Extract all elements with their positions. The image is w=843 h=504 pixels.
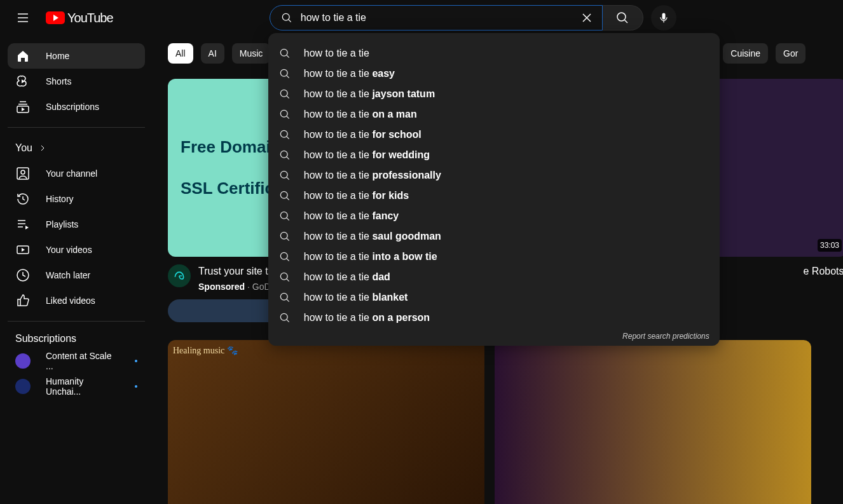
search-icon: [278, 291, 291, 304]
sidebar-item-liked[interactable]: Liked videos: [8, 288, 145, 313]
thumb-text: Free Domain: [181, 137, 281, 158]
svg-point-15: [280, 293, 287, 300]
search-suggestion[interactable]: how to tie a tie jayson tatum: [268, 84, 720, 104]
search-suggestion[interactable]: how to tie a tie into a bow tie: [268, 247, 720, 267]
svg-point-5: [280, 90, 287, 97]
close-icon: [579, 10, 594, 25]
search-suggestion[interactable]: how to tie a tie on a person: [268, 308, 720, 328]
search-suggestion[interactable]: how to tie a tie for kids: [268, 186, 720, 206]
chevron-right-icon: [38, 143, 48, 153]
youtube-logo[interactable]: YouTube: [46, 11, 113, 25]
search-suggestion[interactable]: how to tie a tie for school: [268, 125, 720, 145]
svg-point-6: [280, 110, 287, 117]
suggestion-text: how to tie a tie on a person: [304, 310, 430, 326]
sidebar: HomeShortsSubscriptions You Your channel…: [0, 36, 153, 504]
report-predictions-link[interactable]: Report search predictions: [268, 328, 720, 341]
microphone-icon: [657, 11, 670, 24]
search-suggestions-dropdown: how to tie a tiehow to tie a tie easyhow…: [268, 33, 720, 346]
filter-chip[interactable]: Cuisine: [723, 43, 768, 64]
svg-point-13: [280, 252, 287, 259]
search-icon: [278, 149, 291, 161]
sidebar-sub-hum[interactable]: Humanity Unchai...: [8, 374, 145, 399]
suggestion-text: how to tie a tie jayson tatum: [304, 86, 435, 102]
sidebar-item-your-channel[interactable]: Your channel: [8, 161, 145, 186]
search-suggestion[interactable]: how to tie a tie professionally: [268, 165, 720, 186]
godaddy-icon: [173, 269, 186, 282]
home-icon: [15, 48, 31, 64]
suggestion-text: how to tie a tie for wedding: [304, 147, 430, 163]
search-suggestion[interactable]: how to tie a tie dad: [268, 267, 720, 287]
playlist-icon: [15, 217, 31, 232]
shorts-icon: [15, 74, 31, 89]
search-box[interactable]: [270, 5, 603, 31]
sidebar-item-subscriptions[interactable]: Subscriptions: [8, 94, 145, 119]
sidebar-item-your-videos[interactable]: Your videos: [8, 237, 145, 262]
new-content-dot: [135, 385, 137, 388]
search-icon: [280, 11, 293, 24]
sidebar-item-label: Shorts: [46, 76, 71, 86]
sidebar-item-label: Watch later: [46, 270, 90, 280]
svg-point-16: [280, 313, 287, 320]
svg-point-14: [280, 273, 287, 280]
you-label: You: [15, 142, 32, 154]
search-suggestion[interactable]: how to tie a tie fancy: [268, 206, 720, 226]
search-suggestion[interactable]: how to tie a tie easy: [268, 64, 720, 84]
search-icon: [278, 189, 291, 202]
sidebar-item-playlists[interactable]: Playlists: [8, 212, 145, 237]
search-suggestion[interactable]: how to tie a tie blanket: [268, 287, 720, 308]
search-suggestion[interactable]: how to tie a tie: [268, 43, 720, 64]
video-thumbnail[interactable]: [495, 340, 811, 504]
sidebar-sub-cas[interactable]: Content at Scale ...: [8, 348, 145, 374]
filter-chip[interactable]: Music: [232, 43, 271, 64]
search-icon: [278, 67, 291, 80]
search-icon: [278, 230, 291, 243]
menu-icon: [15, 10, 31, 25]
suggestion-text: how to tie a tie blanket: [304, 289, 408, 306]
svg-rect-2: [662, 13, 665, 20]
suggestion-text: how to tie a tie for school: [304, 126, 422, 143]
thumb-overlay-text: Healing music 🐾: [173, 345, 238, 356]
video-thumbnail[interactable]: Healing music 🐾: [168, 340, 484, 504]
history-icon: [15, 191, 31, 207]
suggestion-text: how to tie a tie fancy: [304, 208, 399, 224]
search-suggestion[interactable]: how to tie a tie on a man: [268, 104, 720, 125]
search-icon: [278, 210, 291, 222]
sidebar-divider: [8, 321, 145, 322]
filter-chip[interactable]: Gor: [776, 43, 805, 64]
search-icon: [278, 250, 291, 263]
sidebar-item-watch-later[interactable]: Watch later: [8, 262, 145, 288]
suggestion-text: how to tie a tie professionally: [304, 167, 441, 184]
search-icon: [278, 311, 291, 324]
channel-avatar[interactable]: [168, 264, 191, 287]
suggestion-text: how to tie a tie: [304, 45, 369, 62]
svg-point-10: [280, 191, 287, 198]
svg-point-19: [21, 170, 25, 174]
video-icon: [15, 242, 31, 257]
svg-point-8: [280, 151, 287, 158]
user-icon: [15, 166, 31, 181]
clear-search-button[interactable]: [574, 5, 600, 31]
suggestion-text: how to tie a tie for kids: [304, 187, 409, 204]
suggestion-text: how to tie a tie into a bow tie: [304, 249, 437, 265]
sidebar-item-shorts[interactable]: Shorts: [8, 69, 145, 94]
sidebar-item-home[interactable]: Home: [8, 43, 145, 69]
sidebar-item-label: Liked videos: [46, 296, 95, 306]
voice-search-button[interactable]: [651, 5, 676, 31]
filter-chip[interactable]: AI: [201, 43, 224, 64]
sidebar-item-label: Subscriptions: [46, 102, 99, 112]
search-suggestion[interactable]: how to tie a tie for wedding: [268, 145, 720, 165]
search-button[interactable]: [603, 5, 643, 31]
sidebar-you-heading[interactable]: You: [8, 135, 145, 161]
sidebar-item-history[interactable]: History: [8, 186, 145, 212]
search-icon: [278, 169, 291, 182]
sidebar-subscriptions-title: Subscriptions: [8, 329, 145, 348]
like-icon: [15, 293, 31, 308]
search-suggestion[interactable]: how to tie a tie saul goodman: [268, 226, 720, 247]
svg-point-4: [280, 69, 287, 76]
search-icon: [278, 271, 291, 283]
filter-chip[interactable]: All: [168, 43, 193, 64]
hamburger-menu[interactable]: [10, 5, 36, 31]
subs-icon: [15, 99, 31, 114]
search-input[interactable]: [301, 12, 574, 24]
channel-avatar-icon: [15, 353, 31, 369]
